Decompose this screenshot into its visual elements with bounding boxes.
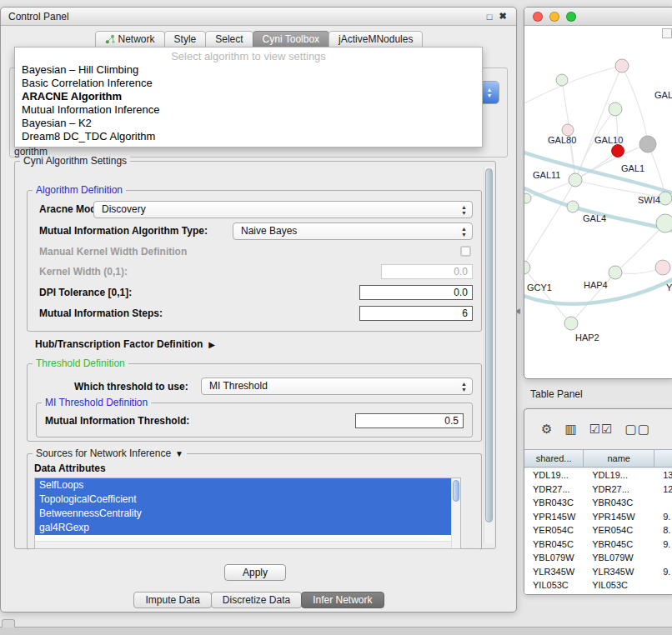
hub-definition-expander[interactable]: Hub/Transcription Factor Definition ▶ [35, 338, 215, 350]
table-cell: YBR045C [584, 538, 654, 552]
apply-button[interactable]: Apply [224, 564, 286, 581]
table-row[interactable]: YER054CYER054C8. [524, 523, 672, 538]
scrollbar-thumb[interactable] [453, 480, 459, 502]
mi-steps-field[interactable]: 6 [359, 306, 473, 321]
table-cell: YDR27... [584, 482, 654, 497]
table-row[interactable]: YDR27...YDR27...12 [524, 482, 672, 497]
network-node[interactable] [567, 201, 579, 212]
network-node[interactable] [609, 266, 622, 279]
table-row[interactable]: YLR345WYLR345W9. [524, 565, 672, 579]
background-window-corner [2, 619, 15, 628]
algorithm-option[interactable]: Basic Correlation Inference [15, 77, 482, 90]
data-attribute-item[interactable]: gal4RGexp [35, 521, 460, 535]
close-icon[interactable]: ✖ [497, 11, 509, 22]
combobox-stepper-icon[interactable] [480, 82, 499, 103]
settings-gear-icon[interactable]: ⚙ [541, 422, 553, 437]
mi-threshold-field[interactable]: 0.5 [355, 413, 464, 428]
table-row[interactable]: YPR145WYPR145W9. [524, 510, 672, 524]
network-node[interactable] [524, 193, 531, 203]
zoom-light-icon[interactable] [566, 12, 576, 22]
combobox-value: Naive Bayes [241, 225, 297, 237]
node-label: GAL1 [621, 163, 644, 173]
network-tab-icon [105, 34, 115, 44]
network-node[interactable] [659, 192, 672, 205]
settings-scrollbar[interactable] [484, 167, 494, 543]
data-attribute-item[interactable]: BetweennessCentrality [35, 507, 460, 521]
table-row[interactable]: YBL079WYBL079W [524, 551, 672, 565]
node-label: GAL80 [548, 135, 576, 145]
list-vertical-scrollbar[interactable] [451, 478, 460, 548]
table-cell: YDL19... [584, 468, 654, 482]
which-threshold-combobox[interactable]: MI Threshold [201, 378, 473, 395]
network-node[interactable] [564, 317, 578, 330]
float-window-icon[interactable]: □ [484, 12, 495, 22]
network-node[interactable] [615, 59, 629, 72]
columns-icon[interactable]: ▥ [564, 422, 577, 437]
manual-kernel-checkbox[interactable] [460, 246, 471, 257]
data-attribute-item[interactable]: SelfLoops [35, 478, 460, 492]
network-node[interactable] [656, 214, 672, 232]
network-canvas[interactable]: GALGAL80GAL10GAL11GAL1SWI4GAL4GCY1HAP4HA… [524, 26, 672, 379]
table-panel-window: ⚙▥☑☑▢▢ shared...name YDL19...YDL19...13Y… [524, 408, 672, 595]
minimize-light-icon[interactable] [549, 12, 559, 22]
network-node[interactable] [639, 136, 656, 152]
bottom-tab-bar: Impute Data Discretize Data Infer Networ… [1, 591, 516, 608]
traffic-lights [533, 12, 576, 22]
table-row[interactable]: YDL19...YDL19...13 [524, 468, 672, 482]
column-header[interactable]: shared... [524, 450, 584, 467]
dpi-tolerance-field[interactable]: 0.0 [359, 285, 473, 300]
mi-threshold-definition-group: MI Threshold Definition Mutual Informati… [36, 402, 473, 438]
tab-jactivemodules[interactable]: jActiveMNodules [328, 31, 423, 48]
algorithm-option[interactable]: Bayesian – Hill Climbing [15, 63, 482, 77]
scrollbar-thumb[interactable] [485, 168, 493, 522]
data-attribute-item[interactable]: TopologicalCoefficient [35, 492, 460, 507]
network-edge [524, 186, 672, 232]
algorithm-option[interactable]: ARACNE Algorithm [15, 90, 482, 103]
tab-discretize-data[interactable]: Discretize Data [211, 592, 302, 608]
network-node[interactable] [556, 74, 568, 86]
node-label: HAP2 [575, 332, 599, 342]
aracne-mode-combobox[interactable]: Discovery [93, 201, 473, 218]
table-row[interactable]: YBR045CYBR045C9. [524, 538, 672, 552]
algorithm-option[interactable]: Dream8 DC_TDC Algorithm [15, 130, 482, 143]
table-row[interactable]: YIL053CYIL053C [524, 578, 672, 592]
select-all-icon[interactable]: ☑☑ [589, 422, 614, 437]
tab-select[interactable]: Select [205, 31, 253, 48]
mi-threshold-label: Mutual Information Threshold: [45, 415, 189, 427]
group-title: Sources for Network Inference ▼ [33, 448, 187, 459]
close-light-icon[interactable] [533, 12, 543, 22]
tab-style[interactable]: Style [164, 31, 207, 48]
network-view-window: GALGAL80GAL10GAL11GAL1SWI4GAL4GCY1HAP4HA… [524, 7, 672, 379]
node-label: GAL10 [594, 135, 623, 145]
node-label: GAL [654, 90, 672, 100]
group-title: Algorithm Definition [33, 184, 126, 196]
network-node[interactable] [609, 102, 622, 116]
control-panel-window: Control Panel □ ✖ Network Style Select C… [0, 7, 517, 612]
table-cell: 9. [654, 510, 672, 524]
tab-infer-network[interactable]: Infer Network [301, 592, 384, 608]
control-panel-titlebar[interactable]: Control Panel □ ✖ [1, 8, 516, 26]
network-node[interactable] [524, 261, 530, 274]
algorithm-option[interactable]: Bayesian – K2 [15, 117, 482, 130]
table-cell: 9. [654, 538, 672, 552]
data-attributes-list[interactable]: SelfLoopsTopologicalCoefficientBetweenne… [34, 478, 461, 549]
kernel-width-field[interactable]: 0.0 [381, 264, 473, 279]
expand-right-icon[interactable]: ▶ [208, 340, 215, 349]
network-node[interactable] [655, 260, 670, 275]
tab-cyni-toolbox[interactable]: Cyni Toolbox [253, 31, 329, 48]
collapse-down-icon[interactable]: ▼ [175, 449, 183, 458]
column-header[interactable] [654, 450, 672, 467]
network-node[interactable] [569, 173, 582, 187]
algorithm-option[interactable]: Mutual Information Inference [15, 103, 482, 117]
tab-network[interactable]: Network [95, 31, 165, 48]
deselect-all-icon[interactable]: ▢▢ [625, 422, 650, 437]
mi-algorithm-type-combobox[interactable]: Naive Bayes [233, 222, 473, 240]
table-body: YDL19...YDL19...13YDR27...YDR27...12YBR0… [524, 468, 672, 594]
table-row[interactable]: YBR043CYBR043C [524, 496, 672, 510]
network-window-titlebar[interactable] [524, 8, 672, 26]
tab-impute-data[interactable]: Impute Data [133, 592, 211, 608]
network-node[interactable] [562, 124, 574, 136]
network-node[interactable] [612, 145, 624, 158]
list-horizontal-scrollbar[interactable] [35, 541, 451, 548]
column-header[interactable]: name [584, 450, 654, 467]
